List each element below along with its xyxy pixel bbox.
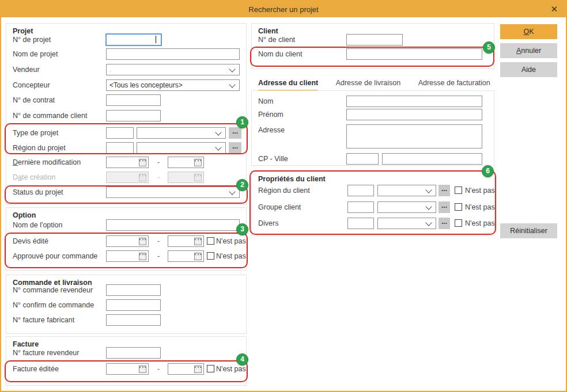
option-name-input[interactable]	[106, 219, 240, 231]
tab-adresse-livraison[interactable]: Adresse de livraison	[336, 79, 401, 90]
manufacturer-invoice-number-label: N° facture fabricant	[13, 315, 74, 325]
quote-issued-to-input[interactable]	[168, 235, 204, 247]
project-section-title: Projet	[13, 27, 33, 35]
misc-browse-button[interactable]: ...	[439, 218, 450, 229]
misc-select[interactable]	[377, 218, 436, 229]
project-name-label: Nom de projet	[13, 50, 58, 59]
approved-from-input[interactable]	[106, 250, 149, 262]
misc-nest-pas-checkbox[interactable]	[455, 219, 462, 227]
client-region-browse-button[interactable]: ...	[439, 185, 450, 196]
creation-date-label: Date création	[13, 173, 55, 182]
order-confirm-number-input[interactable]	[106, 299, 161, 311]
project-region-browse-button[interactable]: ...	[229, 142, 241, 154]
client-region-select[interactable]	[377, 185, 436, 196]
project-number-label: N° de projet	[13, 35, 51, 44]
invoice-section-title: Facture	[13, 340, 39, 348]
project-type-code-input[interactable]	[106, 127, 134, 139]
calendar-icon[interactable]	[139, 238, 146, 245]
quote-issued-nest-pas-checkbox[interactable]	[207, 237, 214, 245]
last-modified-label: Dernière modification	[13, 158, 81, 167]
manufacturer-invoice-number-input[interactable]	[106, 314, 161, 326]
reseller-invoice-number-input[interactable]	[106, 347, 161, 359]
tab-adresse-client[interactable]: Adresse du client	[258, 79, 318, 92]
project-region-select[interactable]	[137, 142, 226, 154]
creation-date-from-input	[106, 172, 149, 183]
invoice-issued-label: Facture éditée	[13, 364, 59, 374]
range-separator: -	[157, 252, 160, 261]
project-region-label: Région du projet	[13, 143, 66, 153]
calendar-icon[interactable]	[194, 253, 202, 260]
contract-number-label: N° de contrat	[13, 96, 55, 105]
calendar-icon[interactable]	[139, 159, 146, 166]
reset-button[interactable]: Réinitialiser	[500, 223, 557, 238]
order-confirm-number-label: N° confirm de commande	[13, 300, 94, 310]
range-separator: -	[157, 173, 160, 182]
order-delivery-groupbox: Commande et livraison N° commande revend…	[6, 275, 247, 334]
client-group-code-input[interactable]	[347, 201, 374, 213]
calendar-icon[interactable]	[139, 253, 146, 260]
last-modified-to-input[interactable]	[168, 157, 204, 168]
last-modified-from-input[interactable]	[106, 157, 149, 168]
project-type-select[interactable]	[137, 127, 226, 139]
calendar-icon[interactable]	[194, 159, 202, 166]
calendar-icon[interactable]	[194, 238, 202, 245]
misc-label: Divers	[258, 219, 278, 228]
cancel-button[interactable]: Annuler	[500, 43, 557, 58]
address-zip-input[interactable]	[346, 153, 379, 165]
designer-select-value: <Tous les concepteurs>	[109, 81, 183, 89]
project-type-browse-button[interactable]: ...	[229, 127, 241, 139]
designer-select[interactable]: <Tous les concepteurs>	[106, 79, 240, 91]
range-separator: -	[157, 237, 160, 246]
chevron-down-icon	[229, 66, 235, 72]
designer-label: Concepteur	[13, 81, 50, 90]
approved-nest-pas-checkbox[interactable]	[207, 252, 214, 260]
client-group-nest-pas-checkbox[interactable]	[455, 203, 462, 211]
project-name-input[interactable]	[106, 48, 240, 60]
approved-for-order-label: Approuvé pour commande	[13, 252, 97, 261]
calendar-icon[interactable]	[139, 366, 146, 373]
customer-order-number-input[interactable]	[106, 110, 161, 121]
client-name-input[interactable]	[346, 48, 482, 60]
chevron-down-icon	[229, 188, 235, 195]
close-icon[interactable]: ✕	[550, 4, 558, 14]
project-number-input[interactable]	[105, 33, 162, 46]
address-city-input[interactable]	[382, 153, 482, 165]
calendar-icon[interactable]	[194, 366, 202, 373]
approved-to-input[interactable]	[168, 250, 204, 262]
project-status-select[interactable]	[106, 187, 240, 198]
customer-order-number-label: N° de commande client	[13, 111, 87, 120]
nest-pas-label: N'est pas	[465, 186, 495, 195]
project-region-code-input[interactable]	[106, 142, 134, 154]
address-firstname-input[interactable]	[346, 109, 482, 120]
invoice-issued-from-input[interactable]	[106, 363, 149, 375]
search-project-dialog: Rechercher un projet ✕ Projet N° de proj…	[0, 0, 567, 392]
client-address-groupbox: Nom Prénom Adresse CP - Ville	[251, 90, 494, 166]
address-street-textarea[interactable]	[346, 124, 482, 149]
client-number-input[interactable]	[346, 34, 403, 45]
help-button[interactable]: Aide	[500, 62, 557, 77]
tab-adresse-facturation[interactable]: Adresse de facturation	[418, 79, 490, 90]
vendor-select[interactable]: .	[106, 64, 240, 75]
reseller-invoice-number-label: N° facture revendeur	[13, 348, 79, 357]
text-caret	[156, 36, 157, 43]
ok-button[interactable]: OK	[500, 24, 557, 39]
invoice-issued-to-input[interactable]	[168, 363, 204, 375]
annotation-badge-6: 6	[482, 165, 494, 177]
client-group-browse-button[interactable]: ...	[439, 201, 450, 213]
chevron-down-icon	[425, 219, 432, 226]
client-region-code-input[interactable]	[347, 185, 374, 196]
annotation-badge-4: 4	[236, 353, 248, 366]
project-status-label: Status du projet	[13, 188, 63, 197]
dialog-body: Projet N° de projet Nom de projet Vendeu…	[1, 17, 566, 391]
quote-issued-from-input[interactable]	[106, 235, 149, 247]
misc-code-input[interactable]	[347, 218, 374, 229]
reseller-order-number-input[interactable]	[106, 284, 161, 296]
client-group-select[interactable]	[377, 201, 436, 213]
reseller-order-number-label: N° commande revendeur	[13, 286, 93, 295]
vendor-label: Vendeur	[13, 65, 40, 74]
nest-pas-label: N'est pas	[465, 203, 495, 212]
invoice-issued-nest-pas-checkbox[interactable]	[207, 365, 214, 372]
address-name-input[interactable]	[346, 96, 482, 107]
contract-number-input[interactable]	[106, 94, 161, 106]
client-region-nest-pas-checkbox[interactable]	[455, 187, 462, 194]
